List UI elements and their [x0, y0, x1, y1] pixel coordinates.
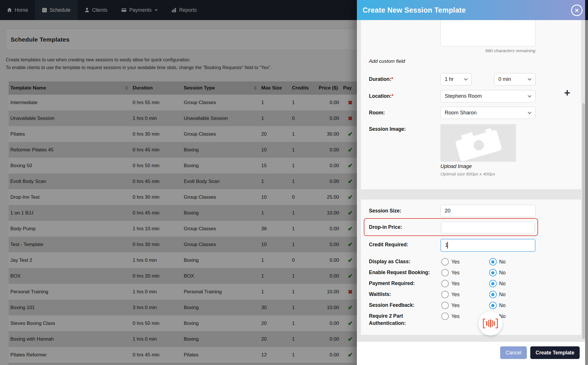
characters-remaining: 980 characters remaining — [440, 48, 535, 53]
radio-field-row: Enable Request Booking: Yes No — [357, 269, 577, 276]
radio-no[interactable] — [489, 291, 497, 298]
session-image-label: Session Image: — [369, 126, 406, 132]
modal-footer: Cancel Create Template — [357, 342, 585, 365]
chevron-down-icon — [528, 110, 531, 114]
cancel-button[interactable]: Cancel — [500, 346, 527, 359]
radio-yes-label: Yes — [451, 292, 460, 298]
duration-label: Duration:* — [369, 76, 393, 82]
radio-yes-label: Yes — [451, 313, 460, 319]
close-icon[interactable]: ✕ — [571, 5, 583, 16]
radio-field-row: Display as Class: Yes No — [357, 258, 577, 266]
credit-required-label: Credit Required: — [369, 242, 408, 248]
modal-scrollbar[interactable] — [582, 103, 585, 339]
radio-field-row: Session Feedback: Yes No — [357, 302, 577, 309]
radio-no-label: No — [499, 270, 506, 276]
radio-no[interactable] — [489, 302, 497, 309]
chevron-down-icon — [528, 94, 531, 97]
room-select[interactable]: Room Sharon — [440, 107, 535, 119]
room-label: Room: — [369, 110, 385, 116]
barcode-icon — [483, 319, 485, 328]
radio-yes-label: Yes — [451, 270, 460, 276]
radio-yes[interactable] — [441, 280, 449, 287]
radio-field-row: Waitlists: Yes No — [357, 291, 577, 298]
add-custom-field-link[interactable]: Add custom field — [369, 58, 405, 64]
radio-no[interactable] — [489, 280, 497, 287]
modal-header: Create New Session Template — [357, 0, 585, 20]
radio-field-row: Payment Required: Yes No — [357, 280, 577, 287]
radio-yes[interactable] — [441, 269, 449, 276]
chevron-down-icon — [528, 77, 531, 81]
radio-no[interactable] — [489, 258, 497, 266]
add-location-icon[interactable]: + — [564, 88, 570, 98]
text-cursor — [447, 242, 448, 249]
radio-field-label: Payment Required: — [369, 280, 441, 287]
session-image-placeholder[interactable] — [440, 124, 516, 162]
radio-no-label: No — [499, 302, 506, 309]
duration-minutes-select[interactable]: 0 min — [494, 73, 535, 85]
radio-yes[interactable] — [441, 313, 449, 320]
loading-spinner — [478, 311, 502, 335]
radio-no[interactable] — [489, 269, 497, 276]
create-session-template-modal: Create New Session Template ✕ 980 charac… — [357, 0, 585, 365]
session-size-input[interactable] — [440, 205, 535, 217]
radio-no-label: No — [499, 281, 506, 287]
dropin-price-label: Drop-in Price: — [369, 224, 402, 230]
radio-yes-label: Yes — [451, 302, 460, 309]
dropin-price-input[interactable] — [441, 222, 535, 233]
chevron-down-icon — [464, 77, 468, 81]
radio-yes[interactable] — [441, 291, 449, 298]
radio-no-label: No — [499, 292, 506, 298]
camera-icon — [454, 126, 502, 162]
radio-field-label: Waitlists: — [369, 291, 441, 298]
session-size-label: Session Size: — [369, 208, 401, 214]
create-template-button[interactable]: Create Template — [530, 346, 580, 359]
location-select[interactable]: Stephens Room — [440, 90, 535, 102]
upload-image-link[interactable]: Upload Image — [440, 163, 472, 169]
radio-field-label: Display as Class: — [369, 258, 441, 265]
credit-required-input[interactable] — [440, 239, 535, 252]
radio-field-label: Session Feedback: — [369, 302, 441, 309]
radio-field-label: Enable Request Booking: — [369, 269, 441, 276]
duration-hours-select[interactable]: 1 hr — [440, 73, 472, 85]
optimal-size-hint: Optimal size 800px x 400px — [440, 171, 495, 177]
radio-yes-label: Yes — [451, 281, 460, 287]
radio-no-label: No — [499, 259, 506, 265]
radio-yes-label: Yes — [451, 259, 460, 265]
description-textarea[interactable] — [440, 17, 535, 46]
radio-yes[interactable] — [441, 258, 449, 266]
location-label: Location:* — [369, 93, 394, 99]
radio-field-label: Require 2 Part Authentication: — [369, 313, 441, 327]
radio-yes[interactable] — [441, 302, 449, 309]
radio-field-row: Require 2 Part Authentication: Yes No — [357, 313, 577, 327]
modal-title: Create New Session Template — [363, 6, 466, 14]
